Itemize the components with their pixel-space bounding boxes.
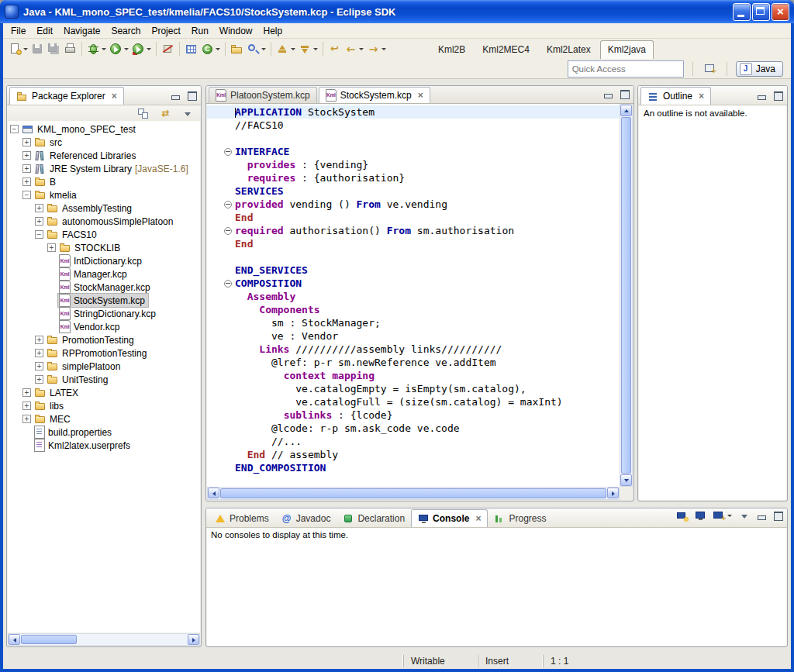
code-line[interactable]: ve : Vendor (207, 329, 620, 343)
menu-window[interactable]: Window (214, 24, 258, 38)
fold-toggle[interactable] (207, 145, 235, 158)
code-line[interactable]: sublinks : {lcode} (207, 408, 620, 422)
package-explorer-tab[interactable]: Package Explorer × (9, 87, 124, 105)
tree-item-referenced-libraries[interactable]: +Referenced Libraries (8, 149, 200, 162)
scroll-up-button[interactable] (620, 105, 632, 116)
menu-file[interactable]: File (5, 24, 31, 38)
code-line[interactable]: End (207, 237, 620, 250)
code-line[interactable]: SERVICES (207, 184, 620, 198)
close-tab-icon[interactable]: × (418, 90, 423, 101)
scroll-left-button[interactable] (9, 634, 20, 645)
code-line[interactable]: INTERFACE (207, 145, 620, 158)
collapse-toggle[interactable]: − (10, 125, 19, 133)
fold-toggle[interactable] (207, 198, 235, 211)
tree-item-jre-system-library[interactable]: +JRE System Library[JavaSE-1.6] (8, 162, 200, 175)
editor-tab-platoonsystem-kcp[interactable]: KmlPlatoonSystem.kcp (209, 87, 317, 103)
back-button[interactable] (343, 40, 365, 57)
code-line[interactable] (207, 250, 620, 264)
tree-item-build-properties[interactable]: build.properties (8, 426, 200, 439)
new-table-button[interactable] (183, 40, 199, 57)
scroll-thumb[interactable] (621, 117, 631, 474)
link-with-editor-button[interactable] (157, 105, 174, 122)
expand-toggle[interactable]: + (22, 151, 31, 160)
menu-search[interactable]: Search (105, 24, 146, 38)
code-line[interactable]: Links //////////assembly links////////// (207, 343, 620, 356)
run-button[interactable] (108, 40, 130, 57)
code-line[interactable]: //FACS10 (207, 119, 620, 132)
close-button[interactable] (772, 3, 789, 21)
expand-toggle[interactable]: + (22, 177, 31, 186)
editor-tab-stocksystem-kcp[interactable]: KmlStockSystem.kcp× (319, 87, 430, 103)
view-menu-button[interactable] (179, 105, 195, 122)
tree-item-vendor-kcp[interactable]: KmlVendor.kcp (8, 320, 200, 333)
tree-item-latex[interactable]: +LATEX (8, 386, 200, 399)
toolbar-tab-kml2java[interactable]: Kml2java (600, 40, 654, 59)
open-resource-button[interactable] (229, 40, 245, 57)
menu-help[interactable]: Help (258, 24, 288, 38)
code-line[interactable]: requires : {authorisation} (207, 171, 620, 184)
collapse-all-button[interactable] (136, 105, 152, 122)
expand-toggle[interactable]: + (22, 415, 31, 423)
scroll-down-button[interactable] (620, 474, 632, 486)
maximize-button[interactable] (752, 3, 770, 21)
menu-run[interactable]: Run (186, 24, 214, 38)
maximize-editor-button[interactable] (617, 88, 631, 100)
print-button[interactable] (62, 40, 78, 57)
maximize-view-button[interactable] (771, 510, 785, 522)
console-tab-javadoc[interactable]: Javadoc (275, 509, 337, 527)
tree-item-unittesting[interactable]: +UnitTesting (8, 373, 200, 386)
tree-item-libs[interactable]: +libs (8, 399, 200, 412)
code-line[interactable]: @lref: p-r sm.newReference ve.addItem (207, 356, 620, 369)
scroll-thumb[interactable] (220, 488, 606, 498)
code-line[interactable]: Components (207, 303, 620, 316)
scroll-right-button[interactable] (607, 488, 619, 498)
java-perspective-button[interactable]: J Java (736, 61, 783, 77)
package-explorer-tree[interactable]: −KML_mono_SPEC_test+src+Referenced Libra… (8, 121, 200, 632)
new-console-wizard-button[interactable] (674, 508, 690, 524)
code-line[interactable]: APPLICATION StockSystem (207, 105, 620, 119)
expand-toggle[interactable]: + (35, 362, 43, 370)
expand-toggle[interactable]: + (35, 375, 43, 384)
menu-project[interactable]: Project (146, 24, 185, 38)
code-line[interactable]: provides : {vending} (207, 158, 620, 171)
debug-button[interactable] (85, 40, 108, 57)
toolbar-tab-kml2b[interactable]: Kml2B (430, 40, 473, 59)
tree-item-facs10[interactable]: −FACS10 (8, 228, 200, 241)
minimize-view-button[interactable] (754, 90, 768, 102)
tree-item-src[interactable]: +src (8, 136, 200, 149)
tree-item-autonomoussimpleplatoon[interactable]: +autonomousSimplePlatoon (8, 215, 200, 228)
code-line[interactable]: ve.catalogFull = (size(sm.catalog) = max… (207, 395, 620, 408)
package-explorer-hscrollbar[interactable] (8, 633, 200, 646)
tree-item-rppromotiontesting[interactable]: +RPPromotionTesting (8, 346, 200, 360)
search-button[interactable] (245, 40, 268, 57)
expand-toggle[interactable]: + (47, 243, 56, 252)
expand-toggle[interactable]: + (35, 204, 43, 212)
code-line[interactable]: Assembly (207, 290, 620, 303)
tree-item-kml2latex-userprefs[interactable]: Kml2latex.userprefs (8, 439, 200, 452)
code-line[interactable]: sm : StockManager; (207, 316, 620, 329)
console-tab-declaration[interactable]: Declaration (337, 509, 411, 527)
minimize-view-button[interactable] (168, 90, 182, 102)
tree-item-mec[interactable]: +MEC (8, 412, 200, 426)
toolbar-tab-kml2mec4[interactable]: Kml2MEC4 (475, 40, 537, 59)
collapse-toggle[interactable]: − (22, 191, 31, 199)
close-tab-icon[interactable]: × (475, 513, 481, 524)
minimize-button[interactable] (733, 3, 751, 21)
console-tab-progress[interactable]: Progress (488, 509, 552, 527)
new-class-button[interactable] (199, 40, 222, 57)
new-wizard-button[interactable] (7, 40, 29, 57)
tree-item-stocklib[interactable]: +STOCKLIB (8, 241, 200, 254)
code-line[interactable]: COMPOSITION (207, 277, 620, 290)
menu-edit[interactable]: Edit (31, 24, 58, 38)
external-tools-button[interactable] (130, 40, 153, 57)
code-line[interactable]: required authorisation() From sm.authori… (207, 224, 620, 237)
minimize-editor-button[interactable] (601, 88, 615, 100)
forward-button[interactable] (365, 40, 388, 57)
menu-navigate[interactable]: Navigate (58, 24, 105, 38)
tree-item-stockmanager-kcp[interactable]: KmlStockManager.kcp (8, 281, 200, 294)
editor-hscrollbar[interactable] (207, 487, 620, 500)
expand-toggle[interactable]: + (35, 217, 43, 226)
tree-item-kmelia[interactable]: −kmelia (8, 188, 200, 202)
fold-toggle[interactable] (207, 224, 235, 237)
maximize-view-button[interactable] (185, 90, 198, 102)
